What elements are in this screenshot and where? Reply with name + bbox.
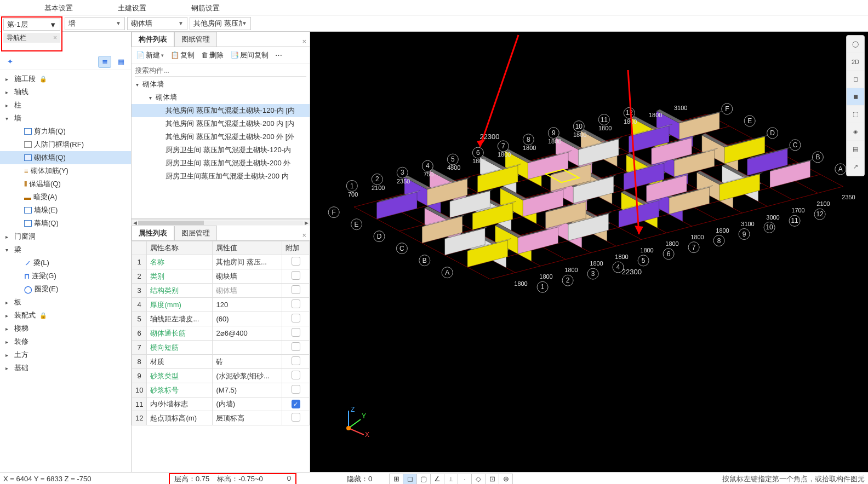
tree-wall[interactable]: ▾墙	[0, 112, 131, 125]
tree-curtain-wall[interactable]: 幕墙(Q)	[0, 217, 131, 230]
prop-value[interactable]: 层顶标高	[213, 411, 282, 425]
tree-beam-g[interactable]: ⊓连梁(G)	[0, 269, 131, 283]
comp-item[interactable]: 厨房卫生间 蒸压加气混凝土砌块-120-内	[132, 143, 310, 157]
snap-icon[interactable]: ⟂	[444, 474, 458, 485]
layer-copy-button[interactable]: 📑层间复制	[229, 49, 270, 61]
tree-column[interactable]: ▸柱	[0, 99, 131, 112]
prop-extra[interactable]	[282, 326, 310, 341]
subcategory-dropdown[interactable]: 砌体墙▼	[127, 17, 187, 30]
tree-deco[interactable]: ▸装修	[0, 335, 131, 348]
tree-rf-wall[interactable]: 人防门框墙(RF)	[0, 138, 131, 151]
prop-value[interactable]: 120	[213, 298, 282, 312]
search-input[interactable]	[135, 65, 306, 77]
tab-component-list[interactable]: 构件列表	[132, 32, 174, 47]
tree-hidden-beam[interactable]: ▬暗梁(A)	[0, 191, 131, 204]
more-icon[interactable]: ⋯	[274, 50, 283, 60]
property-row[interactable]: 1 名称 其他房间 蒸压...	[132, 255, 310, 269]
close-icon[interactable]: ×	[53, 34, 57, 42]
prop-extra[interactable]	[282, 255, 310, 269]
tab-rebar[interactable]: 钢筋设置	[169, 0, 242, 15]
select-icon[interactable]: ⬚	[847, 106, 864, 123]
tree-stair[interactable]: ▸楼梯	[0, 322, 131, 335]
tree-masonry-wall[interactable]: 砌体墙(Q)	[0, 151, 131, 164]
prop-extra[interactable]	[282, 284, 310, 298]
snap-icon[interactable]: ⊞	[389, 474, 403, 485]
snap-icon[interactable]: ◻	[403, 474, 417, 485]
tab-layer-mgmt[interactable]: 图层管理	[174, 226, 217, 240]
grid-view-icon[interactable]: ▦	[115, 56, 128, 68]
snap-icon[interactable]: ⊡	[485, 474, 499, 485]
snap-icon[interactable]: ⊕	[499, 474, 513, 485]
iso-icon[interactable]: ◈	[847, 123, 864, 141]
delete-button[interactable]: 🗑删除	[200, 49, 225, 61]
prop-value[interactable]: 2⌀6@400	[213, 326, 282, 341]
category-dropdown[interactable]: 墙▼	[65, 17, 125, 30]
property-row[interactable]: 6 砌体通长筋 2⌀6@400	[132, 326, 310, 341]
tab-properties[interactable]: 属性列表	[132, 226, 174, 240]
tree-insulation-wall[interactable]: ⦀保温墙(Q)	[0, 177, 131, 191]
comp-item[interactable]: 厨房卫生间 蒸压加气混凝土砌块-200 外	[132, 157, 310, 170]
add-icon[interactable]: ✦	[3, 56, 16, 68]
property-row[interactable]: 4 厚度(mm) 120	[132, 298, 310, 312]
prop-value[interactable]: (内墙)	[213, 397, 282, 411]
snap-icon[interactable]: ◇	[471, 474, 486, 485]
tree-door[interactable]: ▸门窗洞	[0, 230, 131, 243]
prop-value[interactable]: 砌体墙	[213, 284, 282, 298]
globe-icon[interactable]: ◯	[847, 36, 864, 53]
tree-found[interactable]: ▸基础	[0, 361, 131, 374]
prop-extra[interactable]	[282, 298, 310, 312]
tree-beam-l[interactable]: ⟋梁(L)	[0, 256, 131, 269]
tree-beam-e[interactable]: ◯圈梁(E)	[0, 283, 131, 296]
property-row[interactable]: 12 起点顶标高(m) 层顶标高	[132, 411, 310, 425]
comp-item[interactable]: 其他房间 蒸压加气混凝土砌块-120-内 [内	[132, 104, 310, 117]
prop-value[interactable]: (水泥砂浆(细砂...	[213, 369, 282, 383]
comp-node[interactable]: ▾砌体墙	[132, 78, 310, 91]
property-row[interactable]: 10 砂浆标号 (M7.5)	[132, 383, 310, 397]
close-icon[interactable]: ×	[299, 230, 310, 240]
property-row[interactable]: 3 结构类别 砌体墙	[132, 284, 310, 298]
prop-extra[interactable]: ✓	[282, 397, 310, 411]
scroll-left-icon[interactable]: ◀	[132, 220, 138, 226]
tree-section[interactable]: ▸施工段🔒	[0, 72, 131, 85]
comp-item[interactable]: 其他房间 蒸压加气混凝土砌块-200 内 [内	[132, 117, 310, 130]
tab-basic[interactable]: 基本设置	[22, 0, 95, 15]
property-row[interactable]: 2 类别 砌块墙	[132, 269, 310, 284]
snap-icon[interactable]: ·	[458, 474, 472, 485]
property-row[interactable]: 11 内/外墙标志 (内墙) ✓	[132, 397, 310, 411]
comp-item[interactable]: 厨房卫生间蒸压加气混凝土砌块-200 内	[132, 170, 310, 183]
prop-extra[interactable]	[282, 355, 310, 369]
property-row[interactable]: 5 轴线距左墙皮... (60)	[132, 312, 310, 326]
tree-shear-wall[interactable]: 剪力墙(Q)	[0, 125, 131, 138]
h-scrollbar[interactable]: ◀ ▶	[132, 219, 310, 226]
list-view-icon[interactable]: ≣	[98, 56, 111, 68]
tree-axis[interactable]: ▸轴线	[0, 85, 131, 99]
comp-node[interactable]: ▾砌体墙	[132, 91, 310, 104]
tree-slab[interactable]: ▸板	[0, 296, 131, 309]
property-row[interactable]: 9 砂浆类型 (水泥砂浆(细砂...	[132, 369, 310, 383]
arrow-icon[interactable]: ↗	[847, 158, 864, 176]
tree-earth[interactable]: ▸土方	[0, 348, 131, 361]
copy-button[interactable]: 📋复制	[169, 49, 196, 61]
floor-dropdown[interactable]: 第-1层▼	[3, 19, 60, 31]
snap-icon[interactable]: ∠	[430, 474, 444, 485]
tab-drawing-mgmt[interactable]: 图纸管理	[174, 32, 217, 47]
2d-icon[interactable]: 2D	[847, 53, 864, 71]
prop-extra[interactable]	[282, 269, 310, 284]
prop-extra[interactable]	[282, 411, 310, 425]
axis-gizmo[interactable]: Z X Y	[338, 406, 370, 439]
property-row[interactable]: 8 材质 砖	[132, 355, 310, 369]
prop-value[interactable]: (M7.5)	[213, 383, 282, 397]
tab-civil[interactable]: 土建设置	[95, 0, 169, 15]
tree-masonry-rebar[interactable]: ≡砌体加筋(Y)	[0, 164, 131, 177]
scroll-right-icon[interactable]: ▶	[303, 220, 310, 226]
cube-wire-icon[interactable]: ◻	[847, 71, 864, 88]
tree-prefab[interactable]: ▸装配式🔒	[0, 309, 131, 322]
prop-extra[interactable]	[282, 369, 310, 383]
component-dropdown[interactable]: 其他房间 蒸压加▼	[190, 17, 251, 30]
new-button[interactable]: 📄新建▾	[135, 49, 165, 61]
3d-viewport[interactable]: 123456789101112123456789101112ABCDEFABCD…	[310, 32, 868, 472]
snap-icon[interactable]: ▢	[416, 474, 431, 485]
prop-extra[interactable]	[282, 383, 310, 397]
prop-value[interactable]	[213, 341, 282, 355]
tree-beam[interactable]: ▾梁	[0, 243, 131, 256]
